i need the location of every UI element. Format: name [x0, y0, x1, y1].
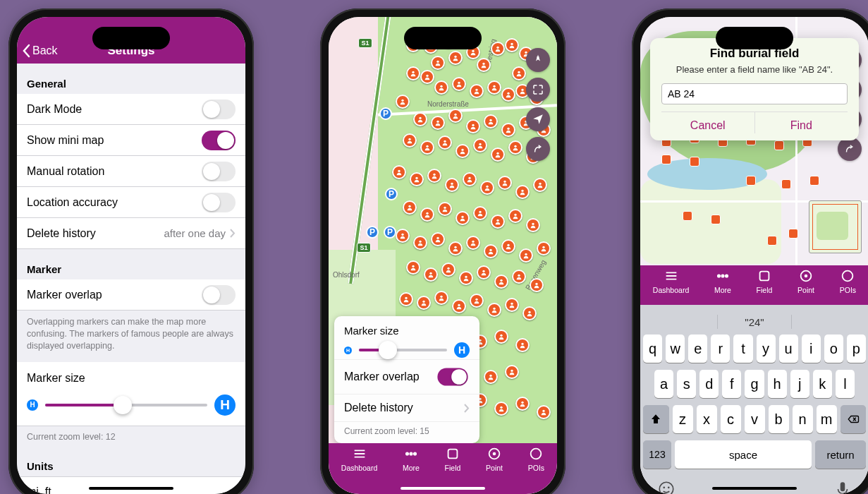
key-r[interactable]: r — [711, 335, 730, 363]
person-marker[interactable] — [494, 402, 508, 416]
person-marker[interactable] — [413, 236, 427, 250]
key-l[interactable]: l — [836, 370, 855, 398]
person-marker[interactable] — [501, 239, 515, 253]
compass-button[interactable]: N — [526, 48, 550, 72]
person-marker[interactable] — [438, 135, 452, 150]
map-view[interactable]: S1 S1 Norderstraße Ohlsdorf Westring Ros… — [329, 17, 557, 494]
key-d[interactable]: d — [699, 370, 719, 398]
key-u[interactable]: u — [779, 335, 798, 363]
person-marker[interactable] — [420, 207, 434, 222]
person-marker[interactable] — [480, 181, 494, 195]
person-marker[interactable] — [515, 397, 530, 411]
person-marker[interactable] — [491, 147, 505, 162]
toggle-marker-overlap[interactable] — [202, 285, 236, 305]
route-button[interactable] — [526, 137, 550, 161]
row-units[interactable]: mi, ft — [17, 476, 245, 494]
person-marker[interactable] — [441, 263, 456, 277]
key-a[interactable]: a — [654, 370, 673, 398]
person-marker[interactable] — [466, 236, 480, 250]
person-marker[interactable] — [512, 66, 526, 80]
tab-field[interactable]: Field — [757, 268, 773, 305]
keyboard[interactable]: "24" qwertyuiop asdfghjkl zxcvbnm 123 sp… — [640, 305, 868, 494]
row-marker-overlap[interactable]: Marker overlap — [17, 279, 245, 311]
panel-overlap-row[interactable]: Marker overlap — [334, 360, 479, 394]
key-return[interactable]: return — [815, 440, 866, 469]
person-marker[interactable] — [473, 138, 487, 152]
person-marker[interactable] — [505, 365, 519, 379]
person-marker[interactable] — [410, 172, 424, 186]
person-marker[interactable] — [487, 303, 501, 317]
key-f[interactable]: f — [722, 370, 741, 398]
key-x[interactable]: x — [697, 405, 717, 433]
person-marker[interactable] — [526, 218, 540, 232]
home-indicator[interactable] — [89, 487, 173, 490]
key-t[interactable]: t — [733, 335, 752, 363]
person-marker[interactable] — [406, 260, 420, 275]
marker-size-slider[interactable] — [45, 404, 207, 406]
key-e[interactable]: e — [688, 335, 707, 363]
person-marker[interactable] — [448, 241, 463, 255]
key-k[interactable]: k — [813, 370, 832, 398]
person-marker[interactable] — [498, 176, 512, 190]
tab-point[interactable]: Point — [486, 446, 503, 494]
person-marker[interactable] — [434, 291, 448, 305]
person-marker[interactable] — [459, 271, 473, 285]
person-marker[interactable] — [515, 338, 530, 352]
person-marker[interactable] — [463, 172, 477, 186]
person-marker[interactable] — [434, 80, 448, 95]
person-marker[interactable] — [417, 296, 431, 310]
home-indicator[interactable] — [401, 487, 485, 490]
person-marker[interactable] — [452, 299, 466, 313]
key-shift[interactable] — [643, 405, 669, 433]
poi-marker[interactable] — [683, 211, 692, 221]
panel-overlap-toggle[interactable] — [437, 368, 467, 385]
person-marker[interactable] — [420, 140, 434, 155]
key-y[interactable]: y — [757, 335, 776, 363]
person-marker[interactable] — [508, 209, 522, 223]
route-button[interactable] — [838, 137, 862, 161]
row-location-accuracy[interactable]: Location accuracy — [17, 187, 245, 218]
person-marker[interactable] — [494, 275, 508, 289]
person-marker[interactable] — [466, 119, 480, 133]
toggle-dark-mode[interactable] — [202, 100, 236, 119]
person-marker[interactable] — [519, 248, 533, 263]
key-v[interactable]: v — [745, 405, 765, 433]
person-marker[interactable] — [537, 241, 551, 255]
person-marker[interactable] — [392, 165, 406, 179]
key-w[interactable]: w — [666, 335, 685, 363]
key-z[interactable]: z — [673, 405, 693, 433]
person-marker[interactable] — [399, 292, 413, 306]
tab-point[interactable]: Point — [797, 268, 814, 305]
row-manual-rotation[interactable]: Manual rotation — [17, 156, 245, 187]
map-view[interactable]: Bramfeld 500 m Find burial field Please … — [640, 17, 868, 494]
key-space[interactable]: space — [675, 440, 812, 469]
person-marker[interactable] — [508, 140, 522, 155]
person-marker[interactable] — [512, 270, 526, 284]
person-marker[interactable] — [396, 229, 410, 243]
person-marker[interactable] — [406, 66, 420, 80]
person-marker[interactable] — [484, 114, 498, 128]
panel-delete-row[interactable]: Delete history — [334, 394, 479, 422]
home-indicator[interactable] — [712, 487, 797, 490]
toggle-location-accuracy[interactable] — [202, 193, 236, 212]
toggle-manual-rotation[interactable] — [202, 162, 236, 181]
key-o[interactable]: o — [824, 335, 843, 363]
toggle-mini-map[interactable] — [202, 131, 236, 150]
key-c[interactable]: c — [721, 405, 741, 433]
person-marker[interactable] — [427, 169, 441, 183]
key-h[interactable]: h — [768, 370, 787, 398]
person-marker[interactable] — [484, 244, 498, 258]
tab-pois[interactable]: POIs — [528, 446, 544, 494]
person-marker[interactable] — [452, 77, 466, 91]
person-marker[interactable] — [501, 123, 515, 137]
back-button[interactable]: Back — [21, 44, 58, 58]
person-marker[interactable] — [491, 42, 505, 56]
key-m[interactable]: m — [817, 405, 837, 433]
person-marker[interactable] — [530, 278, 544, 292]
person-marker[interactable] — [448, 109, 463, 123]
poi-marker[interactable] — [746, 176, 756, 186]
key-backspace[interactable] — [841, 405, 867, 433]
person-marker[interactable] — [487, 80, 501, 95]
tab-dashboard[interactable]: Dashboard — [341, 446, 377, 494]
person-marker[interactable] — [473, 206, 487, 220]
